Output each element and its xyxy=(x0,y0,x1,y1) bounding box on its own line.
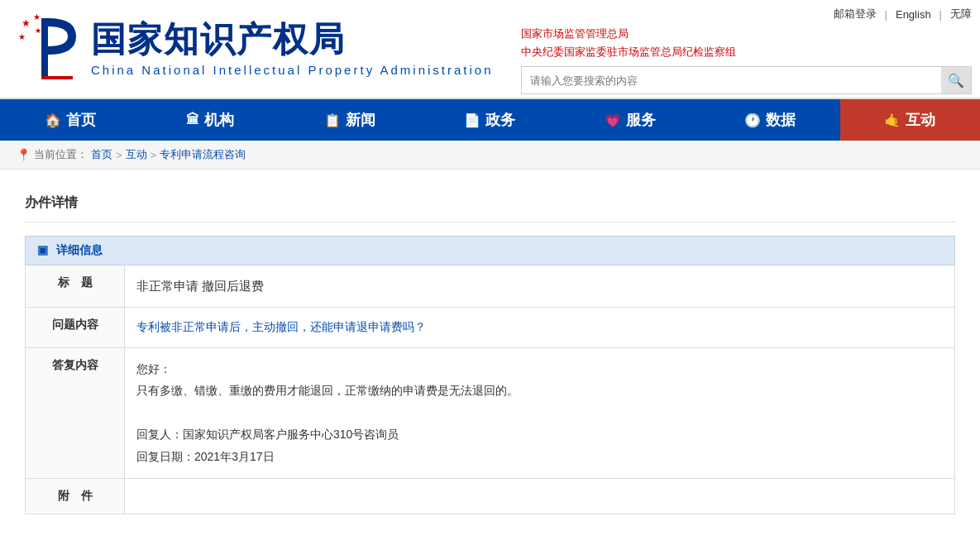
search-button[interactable]: 🔍 xyxy=(941,67,971,93)
nav-item-data[interactable]: 🕐 数据 xyxy=(700,99,839,141)
site-title-cn: 国家知识产权局 xyxy=(91,21,494,59)
logo-area: ★ ★ ★ ★ 国家知识产权局 China National Intellect… xyxy=(0,0,513,98)
answer-line-1: 您好： xyxy=(136,358,943,380)
value-title: 非正常申请 撤回后退费 xyxy=(125,265,955,308)
question-value: 专利被非正常申请后，主动撤回，还能申请退申请费吗？ xyxy=(136,320,426,333)
label-title: 标 题 xyxy=(26,265,125,308)
logo-text: 国家知识产权局 China National Intellectual Prop… xyxy=(91,21,494,76)
nav-label-affairs: 政务 xyxy=(485,110,515,130)
nav-label-org: 机构 xyxy=(204,110,234,130)
svg-text:★: ★ xyxy=(22,17,31,29)
breadcrumb-prefix: 当前位置： xyxy=(34,147,88,162)
nav-item-interact[interactable]: 🤙 互动 xyxy=(840,99,980,141)
nav-item-home[interactable]: 🏠 首页 xyxy=(0,99,140,141)
nav-bar: 🏠 首页 🏛 机构 📋 新闻 📄 政务 💗 服务 🕐 数据 🤙 互动 xyxy=(0,99,980,141)
value-answer: 您好： 只有多缴、错缴、重缴的费用才能退回，正常缴纳的申请费是无法退回的。 回复… xyxy=(125,347,955,478)
table-header-icon: ▣ xyxy=(37,243,48,256)
data-icon: 🕐 xyxy=(744,112,761,128)
home-icon: 🏠 xyxy=(45,112,61,128)
title-value: 非正常申请 撤回后退费 xyxy=(136,279,264,293)
location-icon: 📍 xyxy=(17,148,31,161)
answer-line-2: 只有多缴、错缴、重缴的费用才能退回，正常缴纳的申请费是无法退回的。 xyxy=(136,380,943,402)
top-right: 邮箱登录 | English | 无障 国家市场监管管理总局 中央纪委国家监委驻… xyxy=(513,0,980,98)
label-question: 问题内容 xyxy=(26,307,125,347)
org-links: 国家市场监管管理总局 中央纪委国家监委驻市场监管总局纪检监察组 xyxy=(521,26,972,60)
org-link-1[interactable]: 国家市场监管管理总局 xyxy=(521,26,972,41)
breadcrumb-current: 专利申请流程咨询 xyxy=(160,147,246,162)
bc-sep-1: > xyxy=(116,149,122,161)
news-icon: 📋 xyxy=(324,112,341,128)
interact-icon: 🤙 xyxy=(884,112,901,128)
table-header-label: 详细信息 xyxy=(56,243,103,256)
table-row: 答复内容 您好： 只有多缴、错缴、重缴的费用才能退回，正常缴纳的申请费是无法退回… xyxy=(26,347,955,478)
section-title: 办件详情 xyxy=(25,186,955,222)
table-header-cell: ▣ 详细信息 xyxy=(26,237,955,265)
header: ★ ★ ★ ★ 国家知识产权局 China National Intellect… xyxy=(0,0,980,99)
nav-item-service[interactable]: 💗 服务 xyxy=(560,99,700,141)
answer-date: 回复日期：2021年3月17日 xyxy=(136,446,943,468)
search-input[interactable] xyxy=(522,69,941,92)
table-row: 附 件 xyxy=(26,478,955,514)
nav-label-home: 首页 xyxy=(66,110,96,130)
top-links: 邮箱登录 | English | 无障 xyxy=(521,7,972,22)
svg-text:★: ★ xyxy=(18,32,26,41)
detail-table: ▣ 详细信息 标 题 非正常申请 撤回后退费 问题内容 专利被非正常申请后，主动… xyxy=(25,236,955,514)
mailbox-link[interactable]: 邮箱登录 xyxy=(834,7,877,22)
wuzhang-link[interactable]: 无障 xyxy=(950,7,972,22)
label-attachment: 附 件 xyxy=(26,478,125,514)
answer-responder: 回复人：国家知识产权局客户服务中心310号咨询员 xyxy=(136,423,943,446)
search-bar: 🔍 xyxy=(521,66,972,94)
nav-item-org[interactable]: 🏛 机构 xyxy=(140,99,280,141)
svg-rect-4 xyxy=(41,18,48,78)
org-icon: 🏛 xyxy=(186,112,199,127)
nav-label-news: 新闻 xyxy=(346,110,375,130)
org-link-2[interactable]: 中央纪委国家监委驻市场监管总局纪检监察组 xyxy=(521,45,972,60)
svg-text:★: ★ xyxy=(35,26,41,35)
bc-sep-2: > xyxy=(151,149,157,161)
service-icon: 💗 xyxy=(605,112,621,128)
nav-label-interact: 互动 xyxy=(906,110,935,130)
breadcrumb-home[interactable]: 首页 xyxy=(91,147,112,162)
nav-label-service: 服务 xyxy=(626,110,656,130)
value-attachment xyxy=(125,478,955,514)
table-row: 标 题 非正常申请 撤回后退费 xyxy=(26,265,955,308)
breadcrumb-interact[interactable]: 互动 xyxy=(126,147,147,162)
value-question: 专利被非正常申请后，主动撤回，还能申请退申请费吗？ xyxy=(125,307,955,347)
site-title-en: China National Intellectual Property Adm… xyxy=(91,63,494,77)
nav-label-data: 数据 xyxy=(766,110,796,130)
label-answer: 答复内容 xyxy=(26,347,125,478)
nav-item-news[interactable]: 📋 新闻 xyxy=(280,99,420,141)
sep1: | xyxy=(885,8,887,21)
logo-icon: ★ ★ ★ ★ xyxy=(17,12,83,86)
breadcrumb: 📍 当前位置： 首页 > 互动 > 专利申请流程咨询 xyxy=(0,141,980,170)
content-area: 办件详情 ▣ 详细信息 标 题 非正常申请 撤回后退费 问题内容 xyxy=(0,170,980,531)
english-link[interactable]: English xyxy=(896,8,931,21)
affairs-icon: 📄 xyxy=(464,112,480,128)
svg-text:★: ★ xyxy=(33,12,41,22)
sep2: | xyxy=(939,8,942,21)
nav-item-affairs[interactable]: 📄 政务 xyxy=(420,99,560,141)
table-row: 问题内容 专利被非正常申请后，主动撤回，还能申请退申请费吗？ xyxy=(26,307,955,347)
